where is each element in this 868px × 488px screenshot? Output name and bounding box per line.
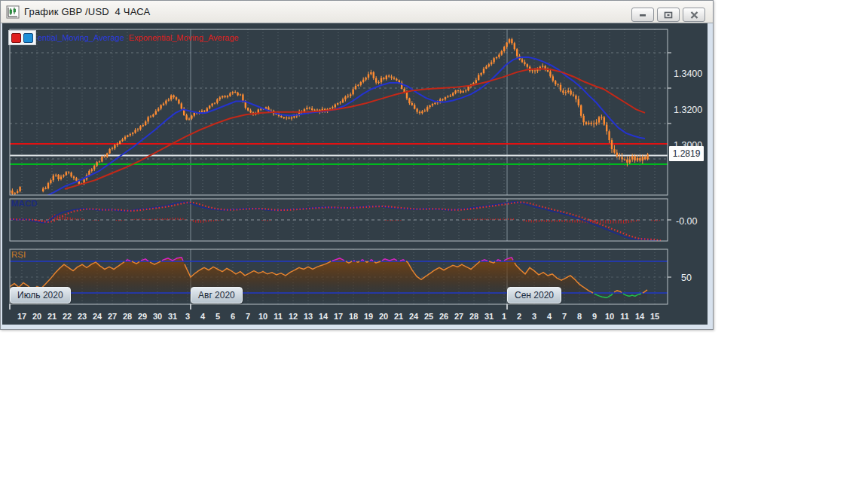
indicator-toggle-box <box>8 30 36 45</box>
price-chart-canvas[interactable] <box>2 23 708 325</box>
chart-window: График GBP /USD 4 ЧАСА <box>0 0 714 330</box>
minimize-button[interactable] <box>631 8 654 22</box>
indicator-legend: ential_Moving_Average Exponential_Moving… <box>8 30 239 45</box>
chart-client-area[interactable]: ential_Moving_Average Exponential_Moving… <box>2 23 708 325</box>
desktop: График GBP /USD 4 ЧАСА <box>0 0 868 488</box>
ema-fast-toggle-button[interactable] <box>23 33 33 43</box>
chart-app-icon <box>6 5 20 19</box>
close-button[interactable] <box>683 8 705 22</box>
ema-fast-legend-label: ential_Moving_Average <box>38 33 124 42</box>
window-controls <box>631 8 705 22</box>
window-title: График GBP /USD 4 ЧАСА <box>24 6 150 17</box>
title-bar[interactable]: График GBP /USD 4 ЧАСА <box>1 1 713 23</box>
ema-slow-toggle-button[interactable] <box>11 33 21 43</box>
ema-slow-legend-label: Exponential_Moving_Average <box>129 33 239 42</box>
maximize-button[interactable] <box>657 8 680 22</box>
